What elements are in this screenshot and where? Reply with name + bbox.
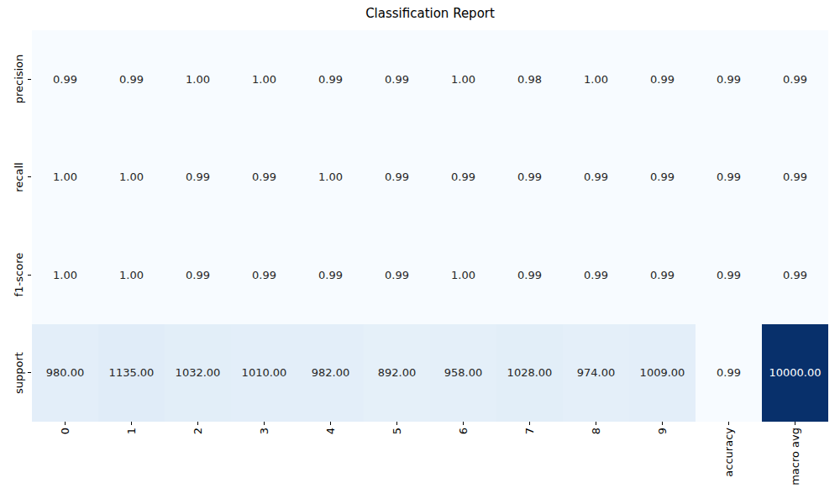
heatmap-cell: 1032.00: [165, 324, 231, 423]
cell-value: 0.99: [318, 269, 343, 281]
heatmap-cell: 0.99: [496, 226, 563, 324]
cell-value: 10000.00: [769, 366, 821, 379]
x-tick: [330, 422, 331, 425]
cell-value: 0.99: [252, 269, 276, 281]
x-tick: [795, 422, 795, 425]
cell-value: 1.00: [186, 73, 210, 86]
y-tick: [28, 79, 31, 80]
heatmap-cell: 1009.00: [629, 324, 696, 423]
cell-value: 0.99: [53, 73, 77, 86]
heatmap-cell: 0.99: [762, 129, 828, 227]
heatmap-cell: 0.99: [32, 30, 98, 129]
cell-value: 0.99: [783, 171, 807, 183]
x-tick: [662, 422, 663, 425]
cell-value: 0.99: [717, 171, 741, 183]
heatmap-cell: 0.99: [297, 226, 364, 324]
x-tick-label: 7: [524, 428, 535, 434]
y-tick-label: f1-score: [13, 253, 24, 297]
heatmap-cell: 892.00: [364, 324, 430, 423]
heatmap-cell: 0.99: [430, 129, 496, 227]
x-tick-label: macro avg: [790, 428, 801, 486]
cell-value: 982.00: [312, 366, 350, 379]
cell-value: 0.99: [385, 171, 409, 183]
cell-value: 1135.00: [109, 366, 155, 379]
heatmap-cell: 1.00: [231, 30, 297, 129]
cell-value: 1.00: [451, 269, 475, 281]
cell-value: 1009.00: [640, 366, 685, 379]
cell-value: 0.99: [584, 171, 608, 183]
cell-value: 1032.00: [176, 366, 221, 379]
heatmap-cell: 0.99: [165, 226, 231, 324]
cell-value: 0.99: [650, 269, 675, 281]
cell-value: 0.99: [650, 171, 675, 183]
cell-value: 1.00: [451, 73, 475, 86]
heatmap-cell: 1.00: [430, 226, 496, 324]
cell-value: 0.99: [186, 269, 210, 281]
cell-value: 1.00: [318, 171, 343, 183]
heatmap-cell: 1.00: [297, 129, 364, 227]
y-tick-label: precision: [13, 55, 24, 104]
heatmap-cell: 1.00: [430, 30, 496, 129]
heatmap-cell: 0.99: [563, 129, 629, 227]
x-tick-label: 3: [259, 428, 270, 434]
heatmap-cell: 0.99: [231, 129, 297, 227]
heatmap-cell: 1.00: [32, 226, 98, 324]
heatmap-cell: 1.00: [98, 129, 165, 227]
heatmap-cell: 0.99: [629, 129, 696, 227]
heatmap-cell: 1028.00: [496, 324, 563, 423]
cell-value: 0.99: [186, 171, 210, 183]
x-tick: [728, 422, 729, 425]
cell-value: 1.00: [119, 171, 144, 183]
x-tick-label: 0: [60, 428, 71, 434]
cell-value: 974.00: [577, 366, 616, 379]
cell-value: 1.00: [53, 269, 77, 281]
y-tick-label: recall: [13, 162, 24, 192]
cell-value: 0.98: [517, 73, 542, 86]
cell-value: 0.99: [650, 73, 675, 86]
cell-value: 0.99: [717, 366, 741, 379]
x-tick-label: 4: [325, 428, 336, 434]
heatmap-cell: 0.99: [98, 30, 165, 129]
heatmap-cell: 0.99: [231, 226, 297, 324]
heatmap-cell: 1.00: [98, 226, 165, 324]
cell-value: 0.99: [385, 73, 409, 86]
y-tick: [28, 275, 31, 276]
x-tick-label: 9: [657, 428, 668, 434]
heatmap-cell: 980.00: [32, 324, 98, 423]
heatmap-cell: 1135.00: [98, 324, 165, 423]
x-tick: [65, 422, 66, 425]
cell-value: 1.00: [584, 73, 608, 86]
cell-value: 980.00: [46, 366, 85, 379]
cell-value: 1010.00: [242, 366, 287, 379]
cell-value: 0.99: [783, 269, 807, 281]
x-tick: [396, 422, 397, 425]
heatmap-cell: 1.00: [32, 129, 98, 227]
heatmap-cell: 0.99: [496, 129, 563, 227]
cell-value: 0.99: [385, 269, 409, 281]
heatmap-cell: 982.00: [297, 324, 364, 423]
x-tick: [596, 422, 596, 425]
chart-title: Classification Report: [32, 6, 828, 21]
cell-value: 0.99: [318, 73, 343, 86]
heatmap-cell: 0.99: [696, 324, 762, 423]
heatmap-cell: 0.99: [165, 129, 231, 227]
cell-value: 1.00: [252, 73, 276, 86]
cell-value: 0.99: [451, 171, 475, 183]
x-tick-label: 8: [591, 428, 601, 434]
heatmap-cell: 1.00: [563, 30, 629, 129]
heatmap-cell: 0.99: [364, 30, 430, 129]
heatmap-cell: 10000.00: [762, 324, 828, 423]
cell-value: 0.99: [783, 73, 807, 86]
heatmap-cell: 958.00: [430, 324, 496, 423]
figure: Classification Report 0.990.991.001.000.…: [0, 0, 840, 504]
cell-value: 0.99: [119, 73, 144, 86]
heatmap-cell: 0.99: [629, 226, 696, 324]
cell-value: 1.00: [119, 269, 144, 281]
heatmap-cell: 974.00: [563, 324, 629, 423]
heatmap-cell: 0.99: [297, 30, 364, 129]
heatmap-cell: 0.98: [496, 30, 563, 129]
heatmap-cell: 0.99: [762, 226, 828, 324]
heatmap-cell: 0.99: [696, 226, 762, 324]
cell-value: 958.00: [444, 366, 483, 379]
x-tick: [463, 422, 464, 425]
